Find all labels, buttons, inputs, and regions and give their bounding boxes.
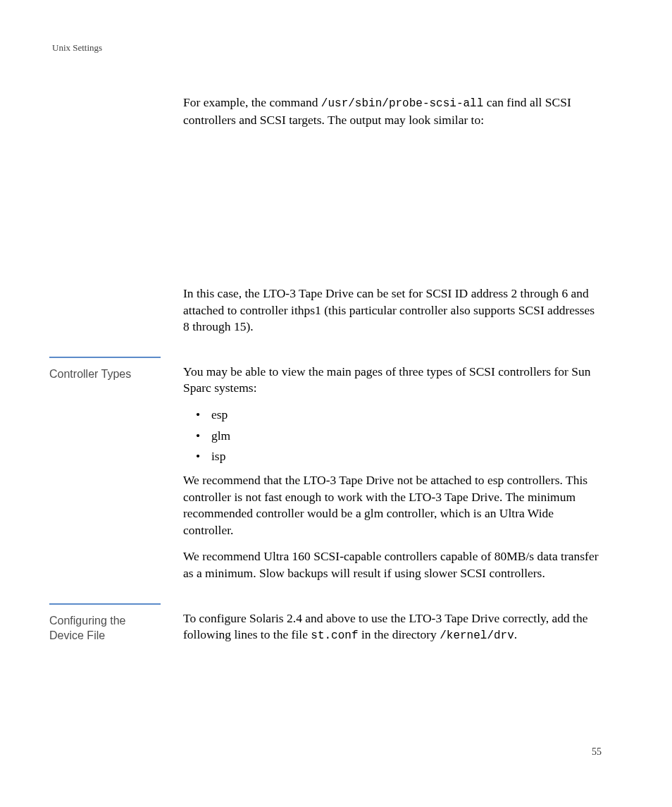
section-label-configuring: Configuring the Device File [49,613,158,643]
inline-code-stconf: st.conf [311,629,358,642]
section-label-controller-types: Controller Types [49,366,158,382]
sec2-text-b: in the directory [359,627,440,641]
sec1-paragraph-3: We recommend Ultra 160 SCSI-capable cont… [183,548,602,581]
sec2-paragraph-1: To configure Solaris 2.4 and above to us… [183,610,602,644]
inline-code-kerneldrv: /kernel/drv [440,629,514,642]
section-rule [49,603,161,605]
list-item: esp [183,407,602,424]
inline-command: /usr/sbin/probe-scsi-all [321,97,483,110]
section-rule [49,357,161,358]
section-configuring-device-file: Configuring the Device File To configure… [183,610,602,714]
intro-paragraph-2: In this case, the LTO-3 Tape Drive can b… [183,285,602,335]
list-item: isp [183,448,602,465]
page-number: 55 [592,746,602,758]
sec1-paragraph-1: You may be able to view the main pages o… [183,364,602,397]
code-output-block: isp0 at sbus0: SBus slot 0 0x10000 SBus … [183,141,602,270]
page-header: Unix Settings [52,42,602,54]
code-config-block: tape-config-list = "CERTANCE ULTRIUM 3",… [183,657,602,714]
intro-text-a: For example, the command [183,95,321,109]
section-controller-types: Controller Types You may be able to view… [183,364,602,582]
controller-types-list: esp glm isp [183,407,602,465]
intro-paragraph-1: For example, the command /usr/sbin/probe… [183,94,602,128]
sec1-paragraph-2: We recommend that the LTO-3 Tape Drive n… [183,472,602,539]
sec2-text-c: . [514,627,517,641]
list-item: glm [183,428,602,445]
